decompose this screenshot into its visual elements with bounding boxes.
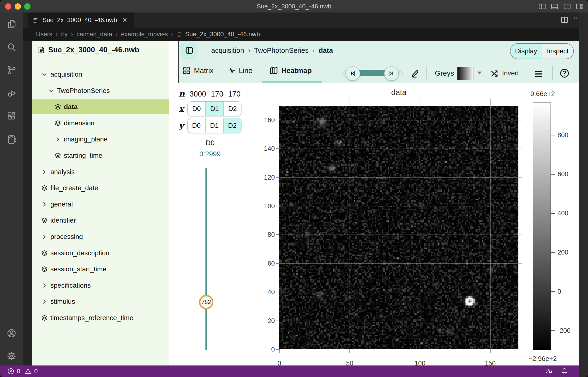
layout-sidebar-left-icon[interactable]: [538, 2, 546, 11]
swap-arrows-icon[interactable]: [490, 69, 499, 78]
tree-item-label: file_create_date: [50, 184, 98, 192]
y-tick-label: 140: [251, 144, 275, 153]
explorer-icon[interactable]: [6, 19, 17, 29]
settings-gear-icon[interactable]: [6, 351, 17, 361]
close-window-button[interactable]: [5, 3, 11, 10]
activity-bar: [0, 12, 23, 365]
breadcrumb-item[interactable]: example_movies: [121, 31, 168, 38]
tree-item-label: analysis: [50, 168, 75, 176]
layout-sidebar-right-icon[interactable]: [563, 2, 571, 11]
run-debug-icon[interactable]: [6, 88, 17, 98]
hdf5-tree: acquisitionTwoPhotonSeriesdatadimensioni…: [32, 67, 169, 325]
dim-option-D0[interactable]: D0: [188, 102, 205, 116]
file-list-icon: [177, 31, 183, 37]
invert-label[interactable]: Invert: [502, 69, 519, 77]
error-count[interactable]: 0: [17, 368, 20, 375]
display-tab[interactable]: Display: [510, 44, 542, 59]
account-icon[interactable]: [6, 328, 17, 338]
minimize-window-button[interactable]: [15, 3, 21, 10]
breadcrumb-item[interactable]: rly: [61, 31, 68, 38]
warning-triangle-icon[interactable]: [24, 368, 32, 375]
chevron-right-icon[interactable]: [41, 233, 48, 240]
toolbar-separator: [426, 66, 427, 81]
colormap-swatch[interactable]: [457, 67, 474, 80]
zoom-window-button[interactable]: [24, 3, 31, 10]
menu-icon[interactable]: [533, 69, 544, 79]
dim-option-D1[interactable]: D1: [205, 102, 223, 116]
pen-icon[interactable]: [410, 68, 420, 78]
breadcrumb-item[interactable]: caiman_data: [77, 31, 112, 38]
chevron-right-icon[interactable]: [41, 298, 48, 305]
frame-slider-handle[interactable]: 782: [199, 295, 213, 309]
source-control-icon[interactable]: [6, 65, 17, 75]
chevron-right-icon[interactable]: [41, 168, 48, 176]
feedback-person-icon[interactable]: [545, 367, 553, 375]
tree-item-file_create_date[interactable]: file_create_date: [32, 181, 169, 195]
inspect-tab[interactable]: Inspect: [542, 44, 573, 59]
frame-slider-track[interactable]: [206, 168, 207, 350]
matrix-view-tab[interactable]: Matrix: [182, 60, 214, 81]
layout-panel-icon[interactable]: [551, 2, 559, 11]
dim-option-D2[interactable]: D2: [223, 118, 241, 133]
search-icon[interactable]: [6, 42, 17, 52]
tree-item-analysis[interactable]: analysis: [32, 165, 169, 179]
dim-option-D0[interactable]: D0: [188, 118, 205, 133]
dataset-breadcrumb-item[interactable]: data: [319, 47, 333, 55]
tree-item-imaging_plane[interactable]: imaging_plane: [32, 132, 169, 147]
dim-option-D2[interactable]: D2: [223, 102, 241, 116]
tree-item-timestamps_reference_time[interactable]: timestamps_reference_time: [32, 310, 169, 325]
breadcrumb-item[interactable]: Users: [36, 31, 52, 38]
dataset-breadcrumb[interactable]: acquisition›TwoPhotonSeries›data: [211, 41, 333, 60]
chevron-right-icon[interactable]: [41, 282, 48, 289]
layout-customize-icon[interactable]: [576, 2, 584, 11]
y-tick-label: 20: [251, 317, 275, 325]
y-tick-mark: [276, 349, 279, 350]
heatmap-view-tab[interactable]: Heatmap: [269, 60, 312, 81]
tree-item-session_description[interactable]: session_description: [32, 246, 169, 260]
chevron-down-icon[interactable]: [47, 87, 55, 94]
breadcrumb-separator: ›: [248, 47, 250, 55]
range-end-handle[interactable]: [384, 66, 399, 81]
colorbar-tick-label: 600: [557, 170, 568, 178]
range-start-handle[interactable]: [346, 66, 360, 81]
tree-item-acquisition[interactable]: acquisition: [32, 67, 169, 82]
tree-item-stimulus[interactable]: stimulus: [32, 294, 169, 309]
help-icon[interactable]: [559, 68, 569, 78]
tree-item-processing[interactable]: processing: [32, 229, 169, 244]
tree-item-label: general: [50, 200, 73, 208]
notebook-icon[interactable]: [6, 134, 17, 144]
toggle-sidebar-button[interactable]: [182, 43, 197, 58]
tree-item-session_start_time[interactable]: session_start_time: [32, 262, 169, 277]
breadcrumb[interactable]: Users›rly›caiman_data›example_movies›Sue…: [23, 28, 588, 41]
bell-icon[interactable]: [561, 367, 568, 375]
chevron-right-icon[interactable]: [54, 136, 61, 143]
tree-item-starting_time[interactable]: starting_time: [32, 148, 169, 163]
extensions-icon[interactable]: [6, 111, 17, 121]
heatmap-image[interactable]: [279, 98, 522, 349]
tree-item-specifications[interactable]: specifications: [32, 278, 169, 293]
dataset-breadcrumb-item[interactable]: TwoPhotonSeries: [254, 47, 309, 55]
chevron-down-icon[interactable]: [41, 71, 48, 78]
dataset-breadcrumb-item[interactable]: acquisition: [211, 47, 244, 55]
tab-close-icon[interactable]: ✕: [122, 17, 127, 24]
colormap-dropdown-caret[interactable]: [477, 71, 482, 74]
tree-item-dimension[interactable]: dimension: [32, 116, 169, 131]
colorbar-max-label: 9.66e+2: [518, 90, 568, 98]
error-circle-icon[interactable]: [7, 368, 14, 375]
warning-count[interactable]: 0: [34, 368, 37, 375]
breadcrumb-file[interactable]: Sue_2x_3000_40_-46.nwb: [185, 31, 260, 38]
tree-item-data[interactable]: data: [32, 99, 169, 114]
tree-item-label: TwoPhotonSeries: [57, 87, 110, 94]
split-editor-icon[interactable]: [560, 16, 569, 24]
panel-gutter: [23, 41, 32, 365]
line-view-tab[interactable]: Line: [227, 60, 253, 81]
tree-item-general[interactable]: general: [32, 197, 169, 212]
tree-item-identifier[interactable]: identifier: [32, 213, 169, 228]
editor-tab[interactable]: Sue_2x_3000_40_-46.nwb ✕: [28, 12, 134, 28]
dataset-icon: [54, 103, 61, 110]
y-tick-mark: [276, 148, 279, 149]
tree-item-TwoPhotonSeries[interactable]: TwoPhotonSeries: [32, 83, 169, 98]
chevron-right-icon[interactable]: [41, 201, 48, 208]
status-bar: 0 0: [0, 365, 579, 377]
dim-option-D1[interactable]: D1: [205, 118, 223, 133]
